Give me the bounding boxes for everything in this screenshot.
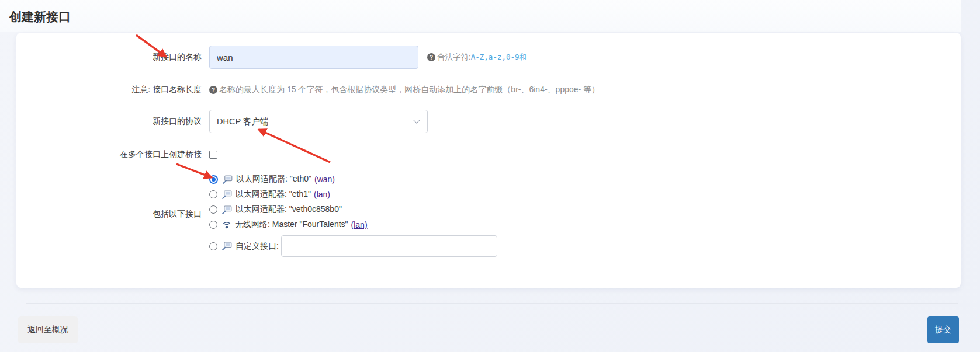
interface-radio[interactable] — [209, 175, 218, 184]
ethernet-icon — [223, 175, 233, 184]
footer-divider — [26, 303, 958, 304]
help-icon: ? — [209, 86, 217, 94]
create-interface-page: 创建新接口 新接口的名称 ? 合法字符: A-Z,a-z,0-9和_ 注意: 接… — [0, 0, 980, 352]
name-row: 新接口的名称 ? 合法字符: A-Z,a-z,0-9和_ — [16, 46, 961, 69]
interface-option-label: 自定义接口: — [236, 241, 279, 252]
protocol-selected-value: DHCP 客户端 — [217, 116, 268, 127]
page-title: 创建新接口 — [9, 9, 951, 25]
protocol-label: 新接口的协议 — [16, 116, 202, 127]
note-description: ? 名称的最大长度为 15 个字符，包含根据协议类型，网桥自动添加上的名字前缀（… — [209, 85, 600, 95]
note-label: 注意: 接口名称长度 — [16, 85, 202, 95]
custom-interface-input[interactable] — [281, 235, 497, 257]
ethernet-icon — [222, 205, 232, 214]
bridge-checkbox[interactable] — [209, 151, 217, 159]
interface-option-label: 以太网适配器: "veth0c858b0" — [236, 204, 342, 215]
submit-button[interactable]: 提交 — [927, 316, 959, 343]
protocol-select[interactable]: DHCP 客户端 — [209, 110, 428, 133]
interface-name-input[interactable] — [209, 46, 418, 69]
interface-option: 以太网适配器: "eth1"(lan) — [209, 187, 497, 202]
interface-network-link[interactable]: (lan) — [351, 220, 368, 229]
bridge-label: 在多个接口上创建桥接 — [16, 149, 202, 160]
form-card: 新接口的名称 ? 合法字符: A-Z,a-z,0-9和_ 注意: 接口名称长度 … — [16, 33, 961, 288]
interface-radio[interactable] — [209, 190, 217, 198]
name-label: 新接口的名称 — [16, 52, 202, 62]
interface-radio[interactable] — [209, 242, 217, 250]
interface-radio[interactable] — [209, 221, 217, 229]
footer-bar: 返回至概况 提交 — [18, 316, 959, 343]
ethernet-icon — [222, 190, 232, 199]
bridge-row: 在多个接口上创建桥接 — [16, 149, 961, 160]
ethernet-icon — [222, 242, 232, 250]
help-icon: ? — [427, 53, 435, 61]
interfaces-row: 包括以下接口 以太网适配器: "eth0"(wan)以太网适配器: "eth1"… — [16, 172, 961, 257]
interface-option-label: 以太网适配器: "eth1" — [236, 189, 311, 200]
interface-option: 自定义接口: — [209, 235, 497, 257]
interface-radio[interactable] — [209, 205, 217, 214]
note-row: 注意: 接口名称长度 ? 名称的最大长度为 15 个字符，包含根据协议类型，网桥… — [16, 85, 961, 95]
interfaces-label: 包括以下接口 — [16, 209, 202, 219]
note-text: 名称的最大长度为 15 个字符，包含根据协议类型，网桥自动添加上的名字前缀（br… — [219, 85, 600, 95]
name-hint: ? 合法字符: A-Z,a-z,0-9和_ — [427, 52, 531, 62]
hint-allowed-chars: A-Z,a-z,0-9和_ — [471, 53, 531, 62]
interface-options: 以太网适配器: "eth0"(wan)以太网适配器: "eth1"(lan)以太… — [209, 172, 497, 257]
hint-label: 合法字符: — [437, 52, 471, 62]
protocol-row: 新接口的协议 DHCP 客户端 — [16, 110, 961, 133]
interface-option-label: 以太网适配器: "eth0" — [236, 174, 311, 184]
interface-option: 无线网络: Master "FourTalents"(lan) — [209, 217, 497, 232]
interface-network-link[interactable]: (wan) — [314, 175, 335, 184]
interface-option: 以太网适配器: "veth0c858b0" — [209, 202, 497, 217]
back-to-overview-button[interactable]: 返回至概况 — [18, 316, 78, 343]
wireless-icon — [222, 221, 231, 229]
page-header: 创建新接口 — [0, 0, 961, 32]
interface-network-link[interactable]: (lan) — [314, 190, 330, 199]
interface-option-label: 无线网络: Master "FourTalents" — [235, 219, 348, 230]
interface-option: 以太网适配器: "eth0"(wan) — [209, 172, 497, 187]
chevron-down-icon — [413, 117, 420, 123]
